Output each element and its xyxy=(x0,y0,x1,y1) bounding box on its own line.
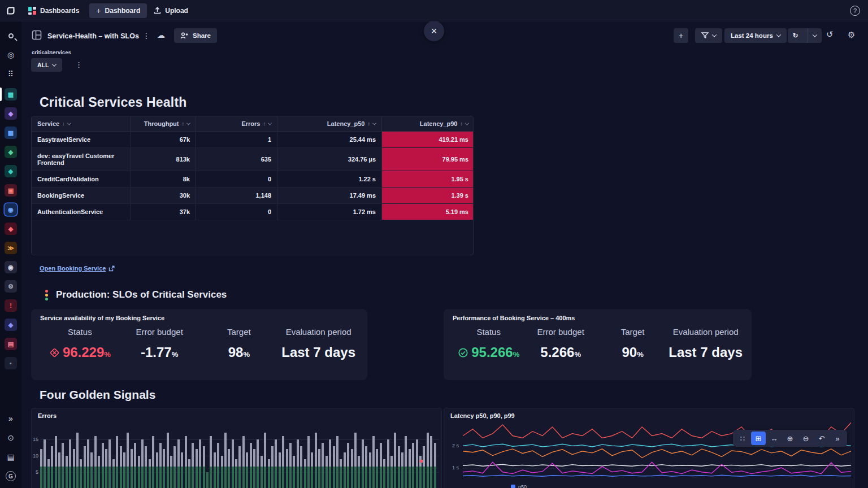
bar xyxy=(250,443,252,488)
bar xyxy=(307,436,310,488)
errors-chart-panel[interactable]: Errors 15 10 5 xyxy=(31,408,442,488)
bar xyxy=(221,456,223,488)
grail-icon: G xyxy=(6,471,16,481)
usage[interactable]: ▤ xyxy=(0,447,21,467)
app-kubernetes[interactable]: ◆ xyxy=(0,104,21,123)
table-row[interactable]: AuthenticationService37k01.72 ms5.19 ms xyxy=(32,204,473,220)
add-tile-button[interactable]: + xyxy=(674,28,688,43)
dashboards-app[interactable]: ▦ xyxy=(0,85,21,104)
y-tick: 5 xyxy=(25,469,38,475)
table-row[interactable]: dev: easyTravel Customer Frontend813k635… xyxy=(32,148,473,171)
bar-base-segment xyxy=(170,467,172,488)
share-button[interactable]: Share xyxy=(174,28,217,43)
bar-base-segment xyxy=(246,467,248,488)
account[interactable]: ⊙ xyxy=(0,428,21,447)
zoom-in-icon[interactable]: ⊕ xyxy=(783,432,797,445)
help-icon[interactable]: ? xyxy=(850,6,860,16)
bar xyxy=(214,452,216,488)
rail-top-group: ◎⠿ xyxy=(0,26,21,84)
latency-chart-panel[interactable]: Latency p50, p90, p99 2 s 1 s ∷⊞↔⊕⊖↶» p5… xyxy=(444,408,854,488)
app-problems[interactable]: ! xyxy=(0,296,21,315)
reset-zoom-icon[interactable]: ↶ xyxy=(814,432,829,445)
app-logs[interactable]: ▤ xyxy=(0,334,21,354)
app-services-icon: ◈ xyxy=(5,165,17,177)
table-row[interactable]: EasytravelService67k125.44 ms419.21 ms xyxy=(32,132,473,148)
more-tools-icon[interactable]: » xyxy=(830,432,845,445)
slo-col-period: Evaluation period xyxy=(669,327,743,337)
refresh-menu-button[interactable] xyxy=(808,28,822,43)
cell-latency-p50: 25.44 ms xyxy=(277,132,382,147)
chevron-down-icon xyxy=(776,32,781,37)
cloud-sync-icon[interactable]: ☁ xyxy=(157,30,165,40)
app-services[interactable]: ◈ xyxy=(0,162,21,181)
bar-base-segment xyxy=(228,467,230,488)
topbar-upload[interactable]: Upload xyxy=(147,0,195,21)
variable-value-dropdown[interactable]: ALL xyxy=(31,58,62,72)
app-more[interactable]: ▪ xyxy=(0,354,21,373)
app-infrastructure[interactable]: ◆ xyxy=(0,142,21,162)
open-booking-service-link[interactable]: Open Booking Service xyxy=(40,265,115,272)
close-button[interactable]: × xyxy=(424,21,444,41)
topbar-dashboard-tab[interactable]: + Dashboard xyxy=(89,3,147,18)
version-history-icon[interactable]: ↺ xyxy=(826,29,834,40)
expand-rail[interactable]: » xyxy=(0,409,21,428)
bar-base-segment xyxy=(188,467,190,488)
grail[interactable]: G xyxy=(0,467,21,486)
time-range-button[interactable]: Last 24 hours xyxy=(724,28,787,43)
pan-horizontal-icon[interactable]: ↔ xyxy=(767,432,782,445)
slo-card-performance[interactable]: Performance of Booking Service – 400ms S… xyxy=(444,309,752,380)
latency-legend: p50 xyxy=(511,484,527,488)
app-databases[interactable]: ▣ xyxy=(0,181,21,200)
zoom-out-icon[interactable]: ⊖ xyxy=(798,432,813,445)
bar-base-segment xyxy=(149,467,151,488)
sort-desc-icon: ↓ xyxy=(62,121,65,127)
active-indicator xyxy=(0,88,2,101)
bar-base-segment xyxy=(206,472,209,488)
col-header-latency-p90[interactable]: Latency_p90 ↕ xyxy=(382,116,474,131)
bar xyxy=(163,449,165,488)
app-databases-icon: ▣ xyxy=(5,184,17,197)
app-security[interactable]: ◆ xyxy=(0,219,21,238)
col-header-latency-p50[interactable]: Latency_p50 ↕ xyxy=(277,116,382,131)
cell-throughput: 67k xyxy=(131,132,196,147)
table-header-row: Service ↓ Throughput ↕ Errors ↕ Latency_… xyxy=(32,116,473,132)
dynatrace-logo[interactable] xyxy=(0,5,21,16)
observability-hub[interactable]: ◎ xyxy=(0,45,21,64)
refresh-button[interactable]: ↻ xyxy=(788,28,804,43)
table-row[interactable]: CreditCardValidation8k01.22 s1.95 s xyxy=(32,171,473,188)
slo-card-availability[interactable]: Service availability of my Booking Servi… xyxy=(31,309,367,380)
page-title: Service-Health – with SLOs xyxy=(47,32,139,40)
cell-latency-p50: 324.76 µs xyxy=(277,148,382,171)
app-distributed-tracing[interactable]: ≫ xyxy=(0,238,21,258)
col-header-throughput[interactable]: Throughput ↕ xyxy=(131,116,196,131)
slo-fail-icon xyxy=(49,347,60,358)
legend-item[interactable]: p50 xyxy=(511,484,527,488)
title-kebab-icon[interactable]: ⋮ xyxy=(142,31,150,40)
app-settings[interactable]: ⚙ xyxy=(0,277,21,296)
filter-button[interactable] xyxy=(695,28,722,43)
variable-kebab-icon[interactable]: ⋮ xyxy=(75,60,83,69)
app-rail: ◎⠿ ▦◆▦◆◈▣◉◆≫◉⚙!◈▤▪ »⊙▤G xyxy=(0,21,21,488)
col-header-service[interactable]: Service ↓ xyxy=(32,116,131,131)
app-clouds[interactable]: ▦ xyxy=(0,123,21,142)
col-label: Errors xyxy=(241,120,260,127)
app-notebooks[interactable]: ◈ xyxy=(0,315,21,334)
bar-base-segment xyxy=(275,467,277,488)
bar-base-segment xyxy=(383,467,385,488)
box-zoom-icon[interactable]: ⊞ xyxy=(751,432,766,445)
bar xyxy=(261,456,263,488)
search[interactable] xyxy=(0,26,21,45)
series-p90 xyxy=(463,449,851,458)
app-session-replay[interactable]: ◉ xyxy=(0,200,21,219)
topbar-dashboards[interactable]: Dashboards xyxy=(21,0,86,21)
table-row[interactable]: BookingService30k1,14817.49 ms1.39 s xyxy=(32,188,473,204)
topbar-upload-label: Upload xyxy=(165,7,188,15)
bar-base-segment xyxy=(203,467,205,488)
help-glyph: ? xyxy=(853,7,857,14)
col-header-errors[interactable]: Errors ↕ xyxy=(196,116,277,131)
app-synthetic[interactable]: ◉ xyxy=(0,258,21,277)
apps-grid[interactable]: ⠿ xyxy=(0,64,21,84)
bar xyxy=(152,436,154,488)
gear-icon[interactable]: ⚙ xyxy=(848,30,855,40)
drag-handle-icon[interactable]: ∷ xyxy=(735,432,750,445)
